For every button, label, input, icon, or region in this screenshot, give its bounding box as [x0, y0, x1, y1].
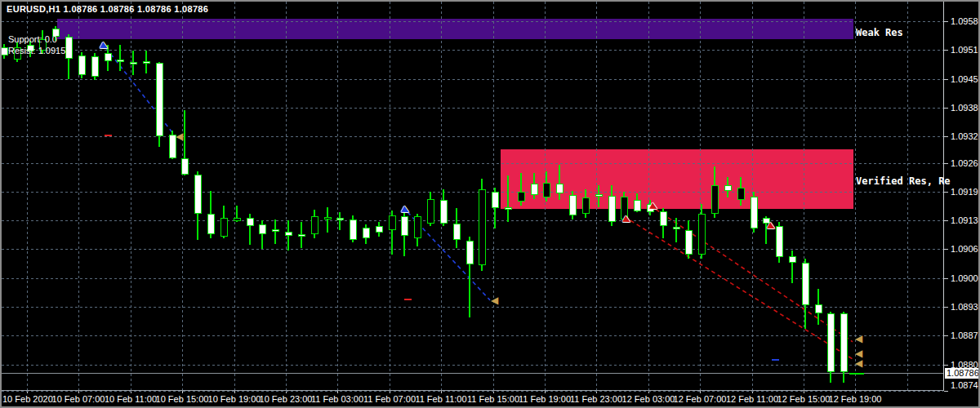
candle-body [660, 211, 667, 226]
blue-dash-marker[interactable] [772, 359, 779, 361]
price-axis-tick [944, 108, 948, 109]
price-axis-label: 1.08935 [951, 302, 980, 312]
candle-body [815, 304, 822, 313]
time-axis-label: 10 Feb 23:00 [257, 394, 314, 404]
candle-body [776, 226, 783, 257]
price-axis-tick [944, 335, 948, 336]
horizontal-gridline [2, 391, 943, 392]
candle-body [272, 229, 279, 232]
price-axis-tick [944, 50, 948, 51]
current-price-label: 1.08786 [945, 368, 980, 379]
resist-label: Resist: 1.09157 [8, 46, 70, 55]
price-axis-tick [944, 21, 948, 22]
candle-body [673, 227, 680, 229]
price-axis-tick [944, 365, 948, 366]
price-axis-tick [944, 278, 948, 279]
candle-body [336, 218, 344, 220]
price-axis-tick [944, 391, 948, 392]
candle-body [156, 63, 163, 136]
support-label: Support: 0.0 [8, 34, 57, 44]
candle-wick [119, 45, 121, 71]
time-axis-label: 12 Feb 15:00 [775, 394, 832, 404]
current-bar-open-tick [849, 373, 864, 375]
candle-wick [507, 175, 509, 222]
mt4-chart-window: EURUSD,H1 1.08786 1.08786 1.08786 1.0878… [0, 0, 980, 408]
red-trend-1[interactable] [630, 220, 853, 359]
candle-body [143, 61, 150, 64]
time-axis-label: 12 Feb 19:00 [826, 394, 884, 404]
candle-body [401, 216, 408, 236]
candle-body [363, 228, 370, 238]
candle-body [698, 214, 706, 255]
candle-body [569, 195, 577, 215]
candle-wick [675, 218, 677, 242]
candle-body [634, 200, 641, 211]
price-axis-label: 1.09515 [951, 45, 980, 55]
candle-body [207, 214, 215, 234]
price-axis-label: 1.09450 [951, 74, 980, 84]
time-axis-label: 11 Feb 07:00 [361, 394, 418, 404]
candle-body [427, 199, 434, 224]
price-axis-label: 1.09320 [951, 131, 980, 141]
candle-wick [327, 207, 328, 233]
gold-triangle[interactable]: ◀ [491, 295, 498, 305]
red-dash-marker[interactable] [105, 135, 112, 136]
candle-body [440, 200, 448, 224]
candle-body [130, 62, 137, 64]
candle-body [505, 207, 512, 210]
price-axis-tick [944, 79, 948, 80]
weak-res-zone-label: Weak Res [856, 27, 903, 38]
candle-body [711, 185, 719, 214]
verified-res-zone-label: Verified Res, Re [856, 175, 951, 187]
plot-area[interactable]: EURUSD,H1 1.08786 1.08786 1.08786 1.0878… [2, 2, 944, 391]
price-axis[interactable]: 1.08786 1.095801.095151.094501.093851.09… [944, 2, 980, 390]
time-axis[interactable]: 10 Feb 202010 Feb 07:0010 Feb 11:0010 Fe… [2, 391, 980, 408]
time-axis-label: 11 Feb 19:00 [516, 394, 573, 404]
candle-wick [339, 212, 341, 230]
candle-body [259, 224, 266, 234]
candle-body [543, 183, 550, 197]
candle-wick [274, 220, 276, 244]
candle-wick [791, 251, 793, 283]
time-axis-label: 11 Feb 23:00 [568, 394, 625, 404]
candle-body [105, 53, 112, 61]
trendlines-layer[interactable] [2, 2, 943, 390]
time-axis-label: 10 Feb 19:00 [206, 394, 263, 404]
gold-triangle[interactable]: ◀ [855, 334, 862, 344]
candle-body [466, 241, 474, 264]
candle-body [78, 55, 86, 75]
candle-body [376, 226, 383, 233]
price-axis-label: 1.08870 [951, 330, 980, 340]
candle-body [802, 263, 809, 305]
candle-body [737, 188, 745, 200]
current-price-line [2, 373, 943, 374]
price-axis-label: 1.09260 [951, 158, 980, 168]
candle-body [582, 197, 590, 214]
time-axis-label: 10 Feb 15:00 [154, 394, 211, 404]
candle-body [827, 313, 835, 372]
candle-body [389, 215, 396, 230]
price-axis-tick [944, 136, 948, 137]
ohlc-header: EURUSD,H1 1.08786 1.08786 1.08786 1.0878… [7, 4, 208, 14]
red-dash-marker[interactable] [404, 299, 412, 300]
price-axis-tick [944, 163, 948, 164]
candle-body [220, 218, 228, 237]
time-axis-label: 11 Feb 15:00 [465, 394, 522, 404]
candle-body [298, 234, 305, 237]
price-axis-tick [944, 249, 948, 250]
price-axis-tick [944, 220, 948, 221]
candle-body [234, 218, 241, 221]
time-axis-label: 11 Feb 03:00 [309, 394, 366, 404]
candle-body [311, 216, 318, 234]
candle-body [595, 194, 603, 197]
price-axis-label: 1.09065 [951, 244, 980, 254]
price-axis-label: 1.09130 [951, 215, 980, 225]
candle-body [181, 158, 189, 175]
price-axis-label: 1.09580 [951, 16, 980, 26]
candle-body [1, 47, 8, 55]
time-axis-label: 10 Feb 07:00 [50, 394, 107, 404]
gold-triangle[interactable]: ◀ [855, 358, 862, 368]
gold-triangle[interactable]: ◀ [176, 131, 183, 141]
candle-body [724, 185, 732, 191]
candle-body [324, 217, 332, 220]
